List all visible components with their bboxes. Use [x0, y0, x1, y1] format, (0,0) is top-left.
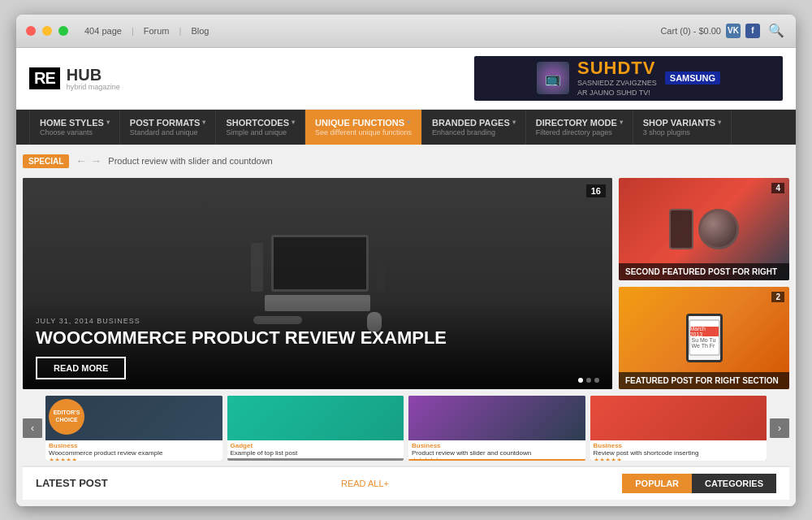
thumb-card-1-title: Example of top list post: [231, 449, 401, 457]
tab-404[interactable]: 404 page: [84, 26, 122, 36]
vk-social-button[interactable]: VK: [726, 24, 741, 38]
nav-shortcodes-label: SHORTCODES ▾: [226, 118, 295, 128]
latest-bar: LATEST POST READ ALL+ POPULAR CATEGORIES: [23, 466, 789, 500]
thumb-card-0-cat: Business: [49, 442, 219, 449]
slider-dot-2[interactable]: [586, 378, 591, 383]
card-1-devices: [669, 209, 739, 249]
nav-directory-mode-sub: Filtered directory pages: [536, 128, 623, 136]
thumb-card-3-stars: ★★★★★: [594, 457, 764, 460]
fake-monitor: [271, 235, 369, 292]
nav-arrow: ▾: [106, 119, 110, 126]
thumb-card-3-cat: Business: [594, 442, 764, 449]
content-area: SPECIAL ← → Product review with slider a…: [16, 145, 796, 506]
minimize-button[interactable]: [42, 26, 52, 36]
featured-card-2[interactable]: March 2013 Su Mo Tu We Th Fr 2 FEATURED …: [619, 287, 789, 389]
nav-item-unique-functions[interactable]: UNIQUE FUNCTIONS ▾ See different unique …: [305, 110, 422, 145]
thumb-card-3-title: Review post with shortcode inserting: [594, 449, 764, 457]
editors-choice-badge: EDITOR'SCHOICE: [49, 399, 84, 435]
featured-card-1-number: 4: [771, 183, 784, 193]
featured-card-2-label: FEATURED POST FOR RIGHT SECTION: [619, 372, 789, 389]
browser-titlebar: 404 page | Forum | Blog Cart (0) - $0.00…: [16, 15, 796, 48]
thumb-card-2-bg: [408, 396, 585, 440]
special-badge: SPECIAL: [23, 154, 69, 168]
nav-arrow-7: ▾: [718, 119, 721, 126]
nav-arrow-5: ▾: [512, 119, 516, 126]
latest-post-title: LATEST POST: [36, 477, 108, 489]
thumb-card-0[interactable]: EDITOR'SCHOICE Business Woocommerce prod…: [45, 396, 222, 461]
slider-dots: [578, 378, 599, 383]
calendar-body: Su Mo Tu We Th Fr: [690, 336, 719, 349]
search-icon[interactable]: 🔍: [767, 21, 786, 41]
featured-card-1[interactable]: 4 SECOND FEATURED POST FOR RIGHT: [619, 178, 789, 280]
breadcrumb: Product review with slider and countdown: [108, 156, 272, 166]
thumb-card-0-title: Woocommerce product review example: [49, 449, 219, 457]
banner-sub: SASNIEDZ ZVAIGZNES AR JAUNO SUHD TV!: [577, 79, 657, 98]
nav-arrow-4: ▾: [407, 119, 410, 126]
special-bar: SPECIAL ← → Product review with slider a…: [23, 151, 789, 171]
thumb-card-3-bg: [590, 396, 767, 440]
nav-branded-pages-sub: Enhanced branding: [432, 128, 516, 136]
camera-lens-icon: [698, 209, 739, 249]
tab-forum[interactable]: Forum: [144, 26, 170, 36]
phone-icon: [669, 209, 693, 249]
nav-item-directory-mode[interactable]: DIRECTORY MODE ▾ Filtered directory page…: [526, 110, 633, 145]
header-banner[interactable]: 📺 SUHDTV SASNIEDZ ZVAIGZNES AR JAUNO SUH…: [474, 56, 783, 101]
browser-window: 404 page | Forum | Blog Cart (0) - $0.00…: [16, 15, 796, 506]
read-all-link[interactable]: READ ALL+: [341, 479, 389, 488]
slider-dot-1[interactable]: [578, 378, 583, 383]
thumb-card-1-cat: Gadget: [231, 442, 401, 449]
thumb-orange-bar-2: [408, 459, 585, 461]
browser-tabs: 404 page | Forum | Blog: [84, 26, 654, 36]
tab-separator-1: |: [132, 26, 134, 36]
calendar-header: March 2013: [690, 327, 719, 336]
nav-arrow-3: ▾: [292, 119, 295, 126]
banner-icon: 📺: [537, 62, 569, 94]
latest-tabs: POPULAR CATEGORIES: [622, 474, 776, 493]
thumb-row: ‹ EDITOR'SCHOICE Business Woocommerce pr…: [23, 396, 789, 461]
tab-popular[interactable]: POPULAR: [622, 474, 692, 493]
site-wrapper: RE HUB hybrid magazine 📺 SUHDTV SASNIEDZ…: [16, 48, 796, 506]
thumb-prev-button[interactable]: ‹: [23, 418, 42, 438]
thumb-card-1[interactable]: Gadget Example of top list post: [227, 396, 404, 461]
logo-re: RE: [29, 67, 60, 89]
slider-read-more-button[interactable]: READ MORE: [36, 357, 126, 379]
featured-card-2-number: 2: [771, 292, 784, 302]
nav-item-shortcodes[interactable]: SHORTCODES ▾ Simple and unique: [216, 110, 305, 145]
tab-separator-2: |: [179, 26, 182, 36]
thumb-card-3[interactable]: Business Review post with shortcode inse…: [590, 396, 767, 461]
banner-text-area: SUHDTV SASNIEDZ ZVAIGZNES AR JAUNO SUHD …: [577, 58, 657, 98]
top-bar-right: Cart (0) - $0.00 VK f: [660, 24, 760, 38]
cart-info[interactable]: Cart (0) - $0.00: [660, 26, 721, 36]
slider-title: WOOCOMMERCE PRODUCT REVIEW EXAMPLE: [36, 328, 599, 348]
tablet-icon: March 2013 Su Mo Tu We Th Fr: [686, 314, 723, 362]
nav-item-home-styles[interactable]: HOME STYLES ▾ Choose variants: [29, 110, 120, 145]
facebook-social-button[interactable]: f: [745, 24, 760, 38]
slider-dot-3[interactable]: [594, 378, 599, 383]
logo-area[interactable]: RE HUB hybrid magazine: [29, 66, 120, 91]
nav-unique-functions-sub: See different unique functions: [315, 128, 412, 136]
tab-categories[interactable]: CATEGORIES: [692, 474, 776, 493]
thumb-cards-container: EDITOR'SCHOICE Business Woocommerce prod…: [45, 396, 767, 461]
right-featured-column: 4 SECOND FEATURED POST FOR RIGHT March 2…: [619, 178, 789, 389]
next-nav-arrow[interactable]: →: [90, 154, 102, 167]
nav-post-formats-label: POST FORMATS ▾: [130, 118, 206, 128]
thumb-next-button[interactable]: ›: [770, 418, 789, 438]
nav-home-styles-label: HOME STYLES ▾: [40, 118, 110, 128]
thumb-card-1-bg: [227, 396, 404, 440]
nav-post-formats-sub: Standard and unique: [130, 128, 206, 136]
nav-item-branded-pages[interactable]: BRANDED PAGES ▾ Enhanced branding: [422, 110, 526, 145]
thumb-card-2-cat: Business: [412, 442, 582, 449]
main-slider[interactable]: 16 JULY 31, 2014 BUSINESS WOOCOMMERCE PR…: [23, 178, 612, 389]
slider-number: 16: [586, 184, 606, 197]
tab-blog[interactable]: Blog: [191, 26, 209, 36]
nav-item-shop-variants[interactable]: SHOP VARIANTS ▾ 3 shop plugins: [633, 110, 732, 145]
logo-hub-area: HUB hybrid magazine: [67, 66, 120, 91]
prev-nav-arrow[interactable]: ←: [76, 154, 87, 167]
close-button[interactable]: [26, 26, 36, 36]
main-content-grid: 16 JULY 31, 2014 BUSINESS WOOCOMMERCE PR…: [23, 178, 789, 389]
calendar-icon: March 2013 Su Mo Tu We Th Fr: [689, 319, 720, 356]
nav-item-post-formats[interactable]: POST FORMATS ▾ Standard and unique: [120, 110, 217, 145]
thumb-card-2[interactable]: Business Product review with slider and …: [408, 396, 585, 461]
maximize-button[interactable]: [58, 26, 68, 36]
thumb-card-3-info: Business Review post with shortcode inse…: [590, 440, 767, 461]
